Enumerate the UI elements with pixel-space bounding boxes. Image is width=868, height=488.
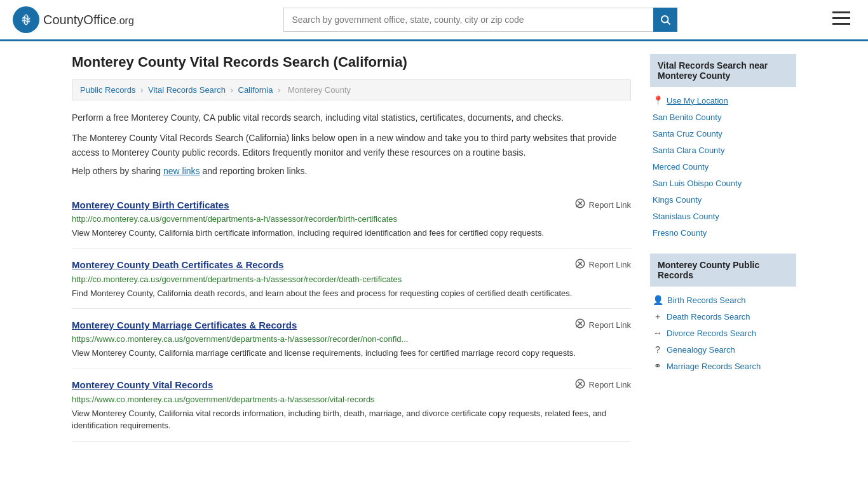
public-records-heading: Monterey County Public Records (650, 254, 796, 287)
nearby-county-3: Merced County (650, 158, 796, 175)
nearby-county-link-4[interactable]: San Luis Obispo County (653, 179, 742, 188)
nearby-county-link-2[interactable]: Santa Clara County (653, 146, 724, 155)
logo-suffix: .org (116, 15, 134, 26)
nearby-counties-list: San Benito CountySanta Cruz CountySanta … (650, 109, 796, 241)
report-icon-1 (574, 258, 586, 272)
result-url-3: https://www.co.monterey.ca.us/government… (72, 395, 631, 404)
public-record-link-4[interactable]: Marriage Records Search (667, 362, 761, 371)
breadcrumb-current: Monterey County (288, 85, 351, 95)
main-container: Monterey County Vital Records Search (Ca… (59, 41, 809, 454)
result-item-3: Monterey County Vital Records Report Lin… (72, 369, 631, 442)
report-link-2[interactable]: Report Link (574, 318, 631, 332)
nearby-county-0: San Benito County (650, 109, 796, 125)
location-pin-icon: 📍 (653, 95, 663, 105)
breadcrumb: Public Records › Vital Records Search › … (72, 79, 631, 100)
public-record-icon-1: + (653, 311, 663, 322)
public-record-link-1[interactable]: Death Records Search (667, 312, 750, 322)
logo-icon (13, 6, 39, 33)
result-title-3[interactable]: Monterey County Vital Records (72, 379, 213, 390)
report-label-2: Report Link (589, 320, 631, 330)
svg-rect-4 (832, 11, 850, 13)
site-header: CountyOffice.org (0, 0, 868, 41)
content-area: Monterey County Vital Records Search (Ca… (72, 54, 631, 442)
nearby-county-link-1[interactable]: Santa Cruz County (653, 129, 722, 139)
public-record-icon-0: 👤 (653, 295, 663, 305)
nearby-heading: Vital Records Search near Monterey Count… (650, 54, 796, 87)
search-input[interactable] (283, 8, 653, 32)
breadcrumb-california[interactable]: California (238, 85, 273, 95)
nearby-county-link-3[interactable]: Merced County (653, 162, 709, 172)
result-title-1[interactable]: Monterey County Death Certificates & Rec… (72, 259, 283, 270)
result-title-0[interactable]: Monterey County Birth Certificates (72, 200, 229, 210)
public-records-list: 👤 Birth Records Search + Death Records S… (650, 292, 796, 374)
logo-name: CountyOffice (43, 13, 116, 27)
public-record-link-2[interactable]: Divorce Records Search (667, 329, 756, 338)
result-header-1: Monterey County Death Certificates & Rec… (72, 258, 631, 272)
result-desc-3: View Monterey County, California vital r… (72, 407, 631, 432)
breadcrumb-vital-records-search[interactable]: Vital Records Search (148, 85, 226, 95)
result-item-2: Monterey County Marriage Certificates & … (72, 309, 631, 369)
report-link-1[interactable]: Report Link (574, 258, 631, 272)
result-desc-2: View Monterey County, California marriag… (72, 347, 631, 360)
report-label-0: Report Link (589, 200, 631, 210)
nearby-county-link-6[interactable]: Stanislaus County (653, 212, 719, 221)
public-record-item-3: ? Genealogy Search (650, 341, 796, 358)
public-records-section: Monterey County Public Records 👤 Birth R… (650, 254, 796, 374)
search-button[interactable] (653, 8, 677, 32)
svg-point-2 (661, 16, 668, 23)
result-header-2: Monterey County Marriage Certificates & … (72, 318, 631, 332)
nearby-county-link-7[interactable]: Fresno County (653, 228, 707, 238)
new-links-link[interactable]: new links (163, 166, 200, 176)
result-desc-0: View Monterey County, California birth c… (72, 227, 631, 240)
nearby-county-2: Santa Clara County (650, 142, 796, 158)
report-label-3: Report Link (589, 380, 631, 390)
result-title-2[interactable]: Monterey County Marriage Certificates & … (72, 320, 297, 330)
report-link-3[interactable]: Report Link (574, 378, 631, 392)
use-location[interactable]: 📍 Use My Location (650, 92, 796, 109)
result-desc-1: Find Monterey County, California death r… (72, 287, 631, 300)
svg-rect-5 (832, 17, 850, 19)
sidebar: Vital Records Search near Monterey Count… (650, 54, 796, 442)
public-record-item-0: 👤 Birth Records Search (650, 292, 796, 308)
svg-line-3 (668, 22, 670, 24)
result-item-0: Monterey County Birth Certificates Repor… (72, 189, 631, 249)
report-icon-2 (574, 318, 586, 332)
intro-para3: Help others by sharing new links and rep… (72, 166, 631, 176)
nearby-county-6: Stanislaus County (650, 208, 796, 224)
nearby-county-4: San Luis Obispo County (650, 175, 796, 191)
report-link-0[interactable]: Report Link (574, 198, 631, 212)
report-icon-3 (574, 378, 586, 392)
result-header-0: Monterey County Birth Certificates Repor… (72, 198, 631, 212)
breadcrumb-public-records[interactable]: Public Records (80, 85, 135, 95)
nearby-county-link-0[interactable]: San Benito County (653, 112, 721, 122)
result-url-0: http://co.monterey.ca.us/government/depa… (72, 214, 631, 224)
public-record-item-4: ⚭ Marriage Records Search (650, 358, 796, 374)
public-record-link-3[interactable]: Genealogy Search (667, 345, 735, 355)
search-area (283, 8, 677, 32)
report-label-1: Report Link (589, 260, 631, 269)
results-list: Monterey County Birth Certificates Repor… (72, 189, 631, 442)
result-url-1: http://co.monterey.ca.us/government/depa… (72, 274, 631, 284)
intro-para1: Perform a free Monterey County, CA publi… (72, 111, 631, 125)
nearby-section: Vital Records Search near Monterey Count… (650, 54, 796, 241)
logo-area: CountyOffice.org (13, 6, 134, 33)
page-title: Monterey County Vital Records Search (Ca… (72, 54, 631, 71)
logo-text: CountyOffice.org (43, 13, 134, 27)
result-header-3: Monterey County Vital Records Report Lin… (72, 378, 631, 392)
public-record-item-2: ↔ Divorce Records Search (650, 325, 796, 341)
result-url-2: https://www.co.monterey.ca.us/government… (72, 334, 631, 344)
public-record-item-1: + Death Records Search (650, 308, 796, 325)
public-record-icon-2: ↔ (653, 328, 663, 338)
use-location-link[interactable]: Use My Location (667, 96, 728, 105)
nearby-county-1: Santa Cruz County (650, 125, 796, 142)
nearby-county-link-5[interactable]: Kings County (653, 195, 702, 205)
public-record-link-0[interactable]: Birth Records Search (667, 295, 746, 305)
result-item-1: Monterey County Death Certificates & Rec… (72, 249, 631, 309)
public-record-icon-3: ? (653, 344, 663, 355)
menu-button[interactable] (827, 9, 855, 30)
svg-rect-6 (832, 23, 850, 25)
report-icon-0 (574, 198, 586, 212)
public-record-icon-4: ⚭ (653, 361, 663, 371)
intro-para2: The Monterey County Vital Records Search… (72, 131, 631, 159)
nearby-county-5: Kings County (650, 191, 796, 208)
